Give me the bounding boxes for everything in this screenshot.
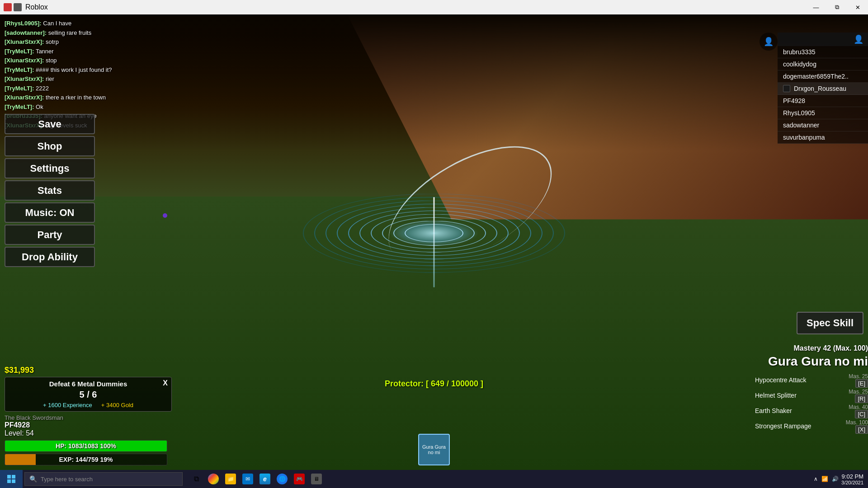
player-list-item: PF4928 [778, 95, 868, 107]
task-view-icon: ⧉ [191, 474, 202, 484]
player-list-item: suvurbanpuma [778, 131, 868, 144]
skill-key-4: [X] [855, 425, 868, 434]
skill-name-4: Strongest Rampage [755, 422, 811, 430]
music-button[interactable]: Music: ON [5, 202, 95, 223]
taskbar-app-mail[interactable]: ✉ [240, 471, 256, 487]
titlebar-title: Roblox [25, 3, 48, 11]
save-button[interactable]: Save [5, 114, 95, 134]
drop-ability-button[interactable]: Drop Ability [5, 247, 95, 267]
player-list-name: brubru3335 [783, 48, 816, 56]
quest-xp: + 1600 Experience [43, 402, 92, 408]
quest-panel: X Defeat 6 Metal Dummies 5 / 6 + 1600 Ex… [5, 377, 172, 412]
player-list-name: RhysL0905 [783, 109, 815, 117]
exp-bar-container: EXP: 144/759 19% [5, 454, 167, 465]
titlebar-icon [4, 3, 22, 11]
skill-mas-4: Mas. 100 [846, 419, 868, 426]
hp-bar-container: HP: 1083/1083 100% [5, 440, 167, 452]
tray-chevron[interactable]: ∧ [814, 476, 818, 482]
taskbar-app-edge[interactable]: e [257, 471, 273, 487]
game-viewport: [RhysL0905]: Can I have [sadowtanner]: s… [0, 14, 868, 470]
player-list-avatar-icon: 👤 [854, 34, 863, 44]
skill-key-2: [R] [855, 394, 868, 403]
titlebar-controls: — ⧉ ✕ [806, 0, 868, 14]
skill-entry-1: Hypocentre Attack Mas. 25 [E] [755, 372, 868, 388]
player-list-item: coolkidydog [778, 58, 868, 70]
taskbar-app-5[interactable]: 🌐 [274, 471, 290, 487]
chat-message: [XlunarStxrX]: stop [5, 56, 149, 65]
skill-key-3: [C] [855, 410, 868, 418]
restore-button[interactable]: ⧉ [826, 0, 847, 14]
roblox-avatar-button[interactable]: 👤 [760, 33, 778, 51]
player-list-header: 👤 [778, 33, 868, 46]
skill-entry-2: Helmet Splitter Mas. 25 [R] [755, 388, 868, 403]
chat-message: [TryMeLT]: Ok [5, 103, 149, 112]
chat-message: [TryMeLT]: 2222 [5, 84, 149, 93]
player-list-name: coolkidydog [783, 61, 816, 68]
taskbar-app-6[interactable]: 🎮 [291, 471, 307, 487]
chat-message: [TryMeLT]: Tanner [5, 47, 149, 56]
quest-rewards: + 1600 Experience + 3400 Gold [9, 402, 167, 408]
svg-rect-0 [7, 475, 11, 479]
skill-mas-2: Mas. 25 [849, 389, 868, 395]
quest-close-button[interactable]: X [163, 379, 168, 387]
chat-message: [XlunarStxrX]: rier [5, 75, 149, 84]
skill-name-1: Hypocentre Attack [755, 376, 807, 384]
clock-date: 3/20/2021 [841, 480, 863, 485]
taskbar: 🔍 Type here to search ⧉ ● 📁 ✉ e 🌐 🎮 🖥 ∧ [0, 470, 868, 488]
spec-skill-button[interactable]: Spec Skill [797, 312, 863, 334]
player-list-name: Drxgon_Rousseau [794, 85, 846, 92]
taskbar-app-explorer[interactable]: 📁 [222, 471, 239, 487]
skill-entry-3: Earth Shaker Mas. 40 [C] [755, 403, 868, 418]
quest-progress: 5 / 6 [9, 389, 167, 400]
player-list-item: sadowtanner [778, 119, 868, 131]
skills-panel: Mastery 42 (Max. 100) Gura Gura no mi Hy… [755, 344, 868, 434]
roblox-icon-red [4, 3, 12, 11]
player-list-item-drxgon: Drxgon_Rousseau [778, 83, 868, 95]
close-button[interactable]: ✕ [847, 0, 868, 14]
player-panel: $31,993 X Defeat 6 Metal Dummies 5 / 6 +… [5, 366, 172, 465]
party-button[interactable]: Party [5, 225, 95, 245]
taskbar-apps: ⧉ ● 📁 ✉ e 🌐 🎮 🖥 [188, 471, 325, 487]
svg-rect-3 [12, 479, 15, 483]
player-list-item: RhysL0905 [778, 107, 868, 119]
explorer-icon: 📁 [225, 474, 236, 484]
edge-icon: e [259, 474, 270, 484]
system-tray: ∧ 📶 🔊 9:02 PM 3/20/2021 [814, 473, 868, 485]
skill-name-3: Earth Shaker [755, 407, 792, 414]
hp-text: HP: 1083/1083 100% [5, 441, 167, 451]
taskbar-app-chrome[interactable]: ● [205, 471, 222, 487]
app7-icon: 🖥 [311, 474, 322, 484]
shop-button[interactable]: Shop [5, 136, 95, 156]
minimize-button[interactable]: — [806, 0, 826, 14]
search-placeholder: Type here to search [41, 476, 93, 483]
swirl-effect [298, 143, 570, 324]
player-list-item: dogemaster6859The2.. [778, 70, 868, 83]
player-list-name: sadowtanner [783, 122, 819, 129]
skill-hotbar: Gura Gurano mi [418, 434, 450, 465]
search-bar[interactable]: 🔍 Type here to search [24, 472, 183, 486]
start-button[interactable] [0, 470, 23, 488]
quest-title: Defeat 6 Metal Dummies [9, 380, 167, 388]
roblox-verified-icon [783, 85, 790, 92]
clock: 9:02 PM 3/20/2021 [841, 473, 863, 485]
app5-icon: 🌐 [277, 474, 288, 484]
mastery-text: Mastery 42 (Max. 100) [755, 344, 868, 352]
skill-slot-1[interactable]: Gura Gurano mi [418, 434, 450, 465]
mail-icon: ✉ [242, 474, 253, 484]
chat-message: [TryMeLT]: #### this work I just found i… [5, 66, 149, 75]
ability-name: Gura Gura no mi [755, 354, 868, 369]
player-list-name: dogemaster6859The2.. [783, 73, 849, 80]
chrome-icon: ● [208, 474, 219, 484]
app6-icon: 🎮 [294, 474, 305, 484]
player-list-name: PF4928 [783, 97, 805, 104]
quest-gold: + 3400 Gold [101, 402, 133, 408]
stats-button[interactable]: Stats [5, 180, 95, 201]
svg-rect-1 [12, 475, 15, 479]
tray-wifi-icon: 📶 [821, 476, 828, 482]
taskbar-app-7[interactable]: 🖥 [308, 471, 325, 487]
titlebar: Roblox — ⧉ ✕ [0, 0, 868, 14]
skill-mas-3: Mas. 40 [849, 404, 868, 410]
tray-volume-icon[interactable]: 🔊 [832, 476, 839, 482]
settings-button[interactable]: Settings [5, 158, 95, 178]
task-view-button[interactable]: ⧉ [188, 471, 204, 487]
